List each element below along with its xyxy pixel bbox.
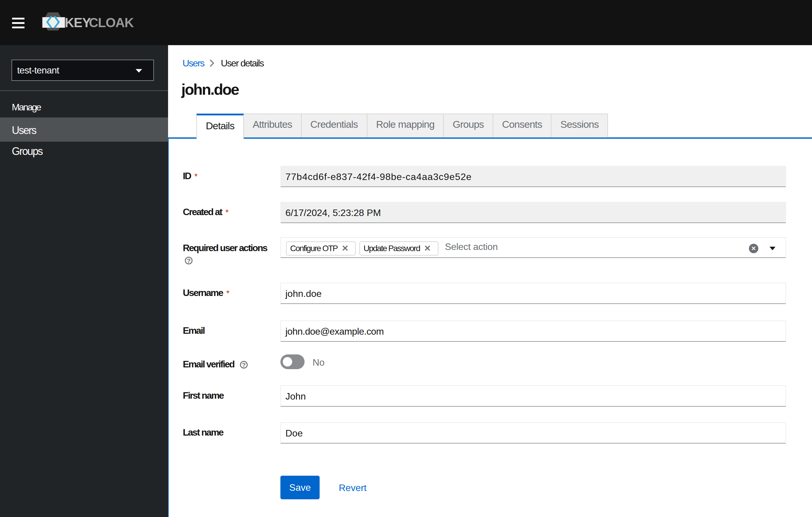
svg-text:KEY: KEY	[65, 15, 91, 30]
svg-text:CLOAK: CLOAK	[89, 15, 134, 30]
